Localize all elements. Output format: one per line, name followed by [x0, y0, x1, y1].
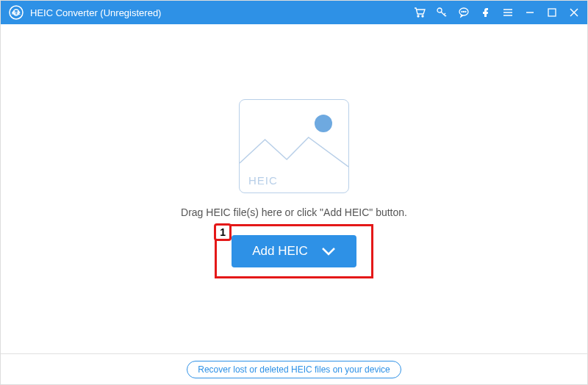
add-heic-button-label: Add HEIC — [252, 244, 308, 259]
drag-instruction-text: Drag HEIC file(s) here or click "Add HEI… — [181, 206, 407, 218]
titlebar: HEIC HEIC Converter (Unregistered) — [1, 1, 587, 24]
maximize-icon[interactable] — [546, 7, 558, 18]
svg-rect-13 — [548, 9, 556, 16]
svg-point-8 — [465, 12, 466, 12]
titlebar-left: HEIC HEIC Converter (Unregistered) — [8, 4, 161, 21]
placeholder-mountain-icon — [240, 134, 348, 170]
recover-files-link[interactable]: Recover lost or deleted HEIC files on yo… — [187, 361, 401, 378]
facebook-icon[interactable] — [480, 7, 492, 18]
app-title: HEIC Converter (Unregistered) — [30, 7, 161, 18]
annotation-highlight: 1 Add HEIC — [215, 224, 373, 278]
titlebar-right — [414, 7, 580, 18]
close-icon[interactable] — [568, 7, 580, 18]
chevron-down-icon — [321, 247, 336, 256]
key-icon[interactable] — [436, 7, 448, 18]
annotation-badge: 1 — [214, 223, 232, 241]
svg-point-6 — [462, 12, 462, 12]
svg-point-2 — [417, 15, 419, 17]
chat-icon[interactable] — [458, 7, 470, 18]
menu-icon[interactable] — [502, 7, 514, 18]
minimize-icon[interactable] — [524, 7, 536, 18]
placeholder-sun-icon — [315, 115, 332, 132]
footer: Recover lost or deleted HEIC files on yo… — [1, 353, 587, 384]
heic-placeholder-icon: HEIC — [239, 99, 349, 193]
placeholder-label: HEIC — [248, 174, 278, 187]
add-heic-button[interactable]: Add HEIC — [232, 235, 356, 267]
main-dropzone[interactable]: HEIC Drag HEIC file(s) here or click "Ad… — [1, 24, 587, 353]
svg-text:HEIC: HEIC — [12, 11, 21, 15]
svg-point-7 — [464, 12, 465, 12]
app-logo-icon: HEIC — [8, 4, 24, 21]
cart-icon[interactable] — [414, 7, 426, 18]
svg-point-3 — [422, 15, 423, 17]
